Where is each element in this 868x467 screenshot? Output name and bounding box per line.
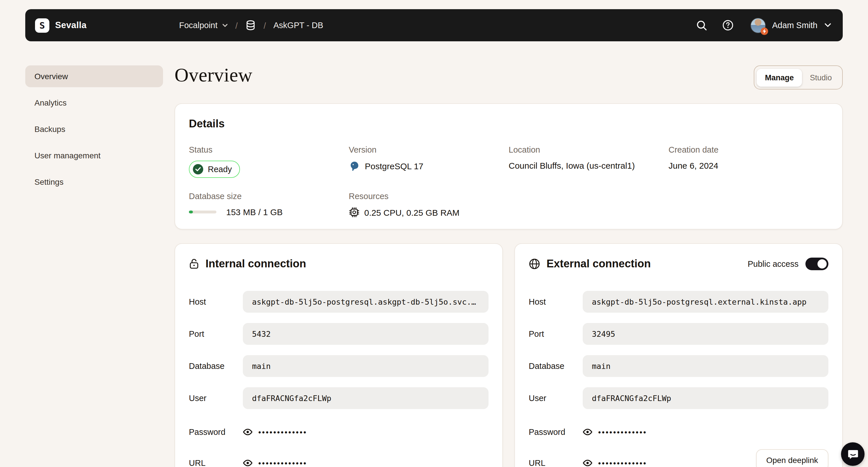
resources-value: 0.25 CPU, 0.25 GB RAM bbox=[364, 207, 460, 217]
eye-reveal-icon[interactable] bbox=[583, 428, 592, 436]
chat-launcher[interactable] bbox=[841, 442, 865, 466]
external-database-row: Database main bbox=[529, 355, 828, 377]
breadcrumb-entity: AskGPT - DB bbox=[274, 21, 323, 30]
studio-tab[interactable]: Studio bbox=[802, 69, 840, 86]
globe-icon bbox=[529, 258, 540, 270]
manage-studio-toggle: Manage Studio bbox=[754, 65, 843, 90]
postgresql-icon bbox=[349, 161, 360, 171]
sevalla-logo-icon: S bbox=[35, 18, 50, 32]
app-window: S Sevalla Focalpoint / / AskGPT - DB bbox=[0, 0, 868, 467]
public-access-toggle[interactable] bbox=[805, 258, 828, 270]
password-label: Password bbox=[529, 427, 583, 437]
external-database-value[interactable]: main bbox=[583, 355, 828, 377]
details-card: Details Status Ready Version bbox=[175, 103, 843, 230]
database-size-value: 153 MB / 1 GB bbox=[226, 207, 283, 217]
port-label: Port bbox=[529, 329, 583, 338]
version-label: Version bbox=[349, 145, 508, 154]
masked-password: ••••••••••••• bbox=[598, 428, 647, 436]
status-field: Status Ready bbox=[189, 145, 349, 178]
internal-port-row: Port 5432 bbox=[189, 323, 489, 345]
internal-connection-title: Internal connection bbox=[206, 258, 306, 270]
eye-reveal-icon[interactable] bbox=[243, 428, 253, 436]
brand-name: Sevalla bbox=[55, 20, 87, 30]
chevron-down-icon[interactable] bbox=[825, 23, 831, 28]
sidebar-item-analytics[interactable]: Analytics bbox=[25, 92, 163, 113]
status-label: Status bbox=[189, 145, 349, 154]
resources-label: Resources bbox=[349, 192, 508, 201]
open-deeplink-button[interactable]: Open deeplink bbox=[756, 449, 828, 467]
external-connection-title: External connection bbox=[547, 258, 651, 270]
sidebar-item-label: Settings bbox=[34, 177, 63, 187]
external-port-row: Port 32495 bbox=[529, 323, 828, 345]
sidebar-item-settings[interactable]: Settings bbox=[25, 171, 163, 193]
sidebar-item-user-management[interactable]: User management bbox=[25, 144, 163, 166]
host-label: Host bbox=[529, 297, 583, 306]
internal-port-value[interactable]: 5432 bbox=[243, 323, 489, 345]
masked-password: ••••••••••••• bbox=[258, 428, 307, 436]
database-size-field: Database size 153 MB / 1 GB bbox=[189, 192, 349, 218]
external-connection-card: External connection Public access Host a… bbox=[515, 243, 843, 467]
database-label: Database bbox=[529, 361, 583, 371]
manage-tab[interactable]: Manage bbox=[757, 69, 802, 86]
status-value: Ready bbox=[208, 165, 232, 174]
version-value: PostgreSQL 17 bbox=[365, 161, 423, 171]
navbar-actions: Adam Smith bbox=[692, 15, 843, 35]
project-switcher[interactable]: Focalpoint bbox=[179, 21, 228, 30]
creation-date-label: Creation date bbox=[669, 145, 828, 154]
internal-database-row: Database main bbox=[189, 355, 489, 377]
external-host-row: Host askgpt-db-5lj5o-postgresql.external… bbox=[529, 291, 828, 313]
eye-reveal-icon[interactable] bbox=[243, 459, 253, 467]
help-icon[interactable] bbox=[718, 15, 738, 35]
search-icon[interactable] bbox=[692, 15, 711, 35]
sidebar-item-label: Backups bbox=[34, 125, 65, 134]
internal-user-value[interactable]: dfaFRACNGfa2cFLWp bbox=[243, 387, 489, 409]
masked-url: ••••••••••••• bbox=[258, 459, 307, 467]
status-badge: Ready bbox=[189, 161, 240, 178]
location-field: Location Council Bluffs, Iowa (us-centra… bbox=[508, 145, 669, 178]
breadcrumb-separator-2: / bbox=[264, 20, 266, 30]
internal-host-row: Host askgpt-db-5lj5o-postgresql.askgpt-d… bbox=[189, 291, 489, 313]
creation-date-field: Creation date June 6, 2024 bbox=[669, 145, 828, 178]
internal-connection-card: Internal connection Host askgpt-db-5lj5o… bbox=[175, 243, 503, 467]
external-user-value[interactable]: dfaFRACNGfa2cFLWp bbox=[583, 387, 828, 409]
url-label: URL bbox=[529, 458, 583, 467]
user-label: User bbox=[189, 394, 243, 403]
external-host-value[interactable]: askgpt-db-5lj5o-postgresql.external.kins… bbox=[583, 291, 828, 313]
sidebar-item-label: Analytics bbox=[34, 98, 67, 107]
external-password-row: Password ••••••••••••• bbox=[529, 424, 828, 440]
location-label: Location bbox=[508, 145, 669, 154]
brand[interactable]: S Sevalla bbox=[25, 18, 87, 32]
page-title: Overview bbox=[175, 64, 252, 86]
database-icon bbox=[245, 20, 256, 31]
internal-database-value[interactable]: main bbox=[243, 355, 489, 377]
database-size-label: Database size bbox=[189, 192, 349, 201]
sidebar-item-label: Overview bbox=[34, 72, 68, 81]
check-circle-icon bbox=[193, 164, 203, 174]
user-label: User bbox=[529, 394, 583, 403]
internal-password-row: Password ••••••••••••• bbox=[189, 424, 489, 440]
sidebar-item-label: User management bbox=[34, 151, 100, 160]
top-navbar: S Sevalla Focalpoint / / AskGPT - DB bbox=[25, 9, 843, 41]
user-avatar[interactable] bbox=[750, 18, 766, 33]
breadcrumb-project: Focalpoint bbox=[179, 21, 218, 30]
details-grid: Status Ready Version PostgreSQL 17 bbox=[189, 145, 828, 218]
toggle-knob bbox=[817, 259, 827, 268]
lock-icon bbox=[189, 258, 199, 270]
eye-reveal-icon[interactable] bbox=[583, 459, 592, 467]
resources-field: Resources 0.25 CPU, 0.25 GB RAM bbox=[349, 192, 508, 218]
internal-host-value[interactable]: askgpt-db-5lj5o-postgresql.askgpt-db-5lj… bbox=[243, 291, 489, 313]
port-label: Port bbox=[189, 329, 243, 338]
public-access-label: Public access bbox=[748, 259, 799, 268]
masked-url: ••••••••••••• bbox=[598, 459, 647, 467]
sidebar-item-overview[interactable]: Overview bbox=[25, 65, 163, 87]
details-heading: Details bbox=[189, 118, 828, 130]
external-user-row: User dfaFRACNGfa2cFLWp bbox=[529, 387, 828, 409]
sidebar-item-backups[interactable]: Backups bbox=[25, 118, 163, 140]
breadcrumb-separator: / bbox=[236, 20, 238, 30]
chat-icon bbox=[847, 448, 859, 460]
host-label: Host bbox=[189, 297, 243, 306]
user-name[interactable]: Adam Smith bbox=[772, 21, 817, 30]
url-label: URL bbox=[189, 458, 243, 467]
sidebar-nav: Overview Analytics Backups User manageme… bbox=[25, 65, 163, 197]
external-port-value[interactable]: 32495 bbox=[583, 323, 828, 345]
